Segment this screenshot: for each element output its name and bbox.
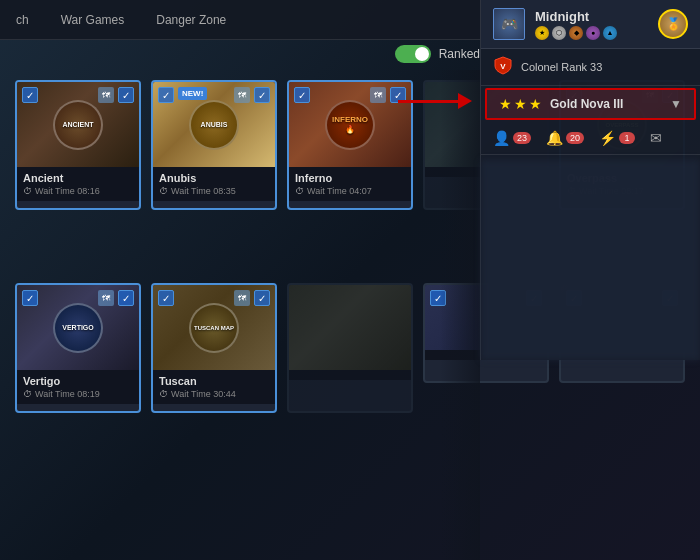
notifications-count: 20 <box>566 132 584 144</box>
vertigo-wait: ⏱ Wait Time 08:19 <box>23 389 133 399</box>
ranked-label: Ranked <box>439 47 480 61</box>
badge-gold: ★ <box>535 26 549 40</box>
panel-blur-area <box>481 160 700 360</box>
map-card-inferno[interactable]: INFERNO🔥 ✓ 🗺 ✓ Inferno ⏱ Wait Time 04:07 <box>287 80 413 210</box>
alerts-button[interactable]: ⚡ 1 <box>599 130 635 146</box>
map-logo-tuscan: TUSCAN MAP <box>189 303 239 353</box>
nav-item-dangerzone[interactable]: Danger Zone <box>150 9 232 31</box>
vertigo-logo-circle: VERTIGO <box>53 303 103 353</box>
user-avatar: 🎮 <box>493 8 525 40</box>
ranked-section: Ranked <box>395 45 480 63</box>
nova-stars: ★ ★ ★ <box>499 96 542 112</box>
user-header: 🎮 Midnight ★ ⬡ ◆ ● ▲ 🏅 <box>481 0 700 49</box>
map-logo-anubis: ANUBIS <box>189 100 239 150</box>
user-badges: ★ ⬡ ◆ ● ▲ <box>535 26 617 40</box>
ancient-checkbox-right[interactable]: ✓ <box>118 87 134 103</box>
ancient-logo-circle: ANCIENT <box>53 100 103 150</box>
tuscan-wait: ⏱ Wait Time 30:44 <box>159 389 269 399</box>
ancient-wait: ⏱ Wait Time 08:16 <box>23 186 133 196</box>
inferno-name: Inferno <box>295 172 405 184</box>
colonel-rank-row: V Colonel Rank 33 <box>481 49 700 86</box>
vertigo-wait-icon: ⏱ <box>23 389 32 399</box>
anubis-wait-text: Wait Time 08:35 <box>171 186 236 196</box>
toggle-knob <box>415 47 429 61</box>
messages-icon: ✉ <box>650 130 662 146</box>
extra2-info <box>289 370 411 380</box>
inferno-checkbox-left[interactable]: ✓ <box>294 87 310 103</box>
vertigo-name: Vertigo <box>23 375 133 387</box>
vertigo-checkbox-right[interactable]: ✓ <box>118 290 134 306</box>
inferno-wait-text: Wait Time 04:07 <box>307 186 372 196</box>
star-1: ★ <box>499 96 512 112</box>
anubis-wait-icon: ⏱ <box>159 186 168 196</box>
extra3-checkbox-left[interactable]: ✓ <box>430 290 446 306</box>
messages-button[interactable]: ✉ <box>650 130 662 146</box>
alerts-count: 1 <box>619 132 635 144</box>
ancient-name: Ancient <box>23 172 133 184</box>
nav-item-ch[interactable]: ch <box>10 9 35 31</box>
vertigo-checkbox-left[interactable]: ✓ <box>22 290 38 306</box>
nova-dropdown-chevron[interactable]: ▼ <box>670 97 682 111</box>
anubis-checkbox-right[interactable]: ✓ <box>254 87 270 103</box>
star-2: ★ <box>514 96 527 112</box>
inferno-info: Inferno ⏱ Wait Time 04:07 <box>289 167 411 201</box>
ancient-wait-text: Wait Time 08:16 <box>35 186 100 196</box>
ranked-toggle[interactable] <box>395 45 431 63</box>
map-card-vertigo[interactable]: VERTIGO ✓ 🗺 ✓ Vertigo ⏱ Wait Time 08:19 <box>15 283 141 413</box>
user-info: Midnight ★ ⬡ ◆ ● ▲ <box>535 9 617 40</box>
inferno-label: INFERNO🔥 <box>332 115 368 134</box>
badge-silver: ⬡ <box>552 26 566 40</box>
notifications-button[interactable]: 🔔 20 <box>546 130 584 146</box>
anubis-map-icon: 🗺 <box>234 87 250 103</box>
vertigo-map-icon: 🗺 <box>98 290 114 306</box>
anubis-info: Anubis ⏱ Wait Time 08:35 <box>153 167 275 201</box>
tuscan-info: Tuscan ⏱ Wait Time 30:44 <box>153 370 275 404</box>
map-image-vertigo: VERTIGO ✓ 🗺 ✓ <box>17 285 139 370</box>
anubis-checkbox-left[interactable]: ✓ <box>158 87 174 103</box>
tuscan-wait-icon: ⏱ <box>159 389 168 399</box>
tuscan-checkbox-right[interactable]: ✓ <box>254 290 270 306</box>
map-image-inferno: INFERNO🔥 ✓ 🗺 ✓ <box>289 82 411 167</box>
vertigo-wait-text: Wait Time 08:19 <box>35 389 100 399</box>
tuscan-checkbox-left[interactable]: ✓ <box>158 290 174 306</box>
colonel-rank-text: Colonel Rank 33 <box>521 61 602 73</box>
arrow-line <box>398 100 458 103</box>
tuscan-map-icon: 🗺 <box>234 290 250 306</box>
map-card-extra2[interactable] <box>287 283 413 413</box>
nav-item-wargames[interactable]: War Games <box>55 9 131 31</box>
map-image-ancient: ANCIENT ✓ 🗺 ✓ <box>17 82 139 167</box>
ancient-info: Ancient ⏱ Wait Time 08:16 <box>17 167 139 201</box>
badge-purple: ● <box>586 26 600 40</box>
rank-shield-icon: V <box>493 55 513 75</box>
colonel-rank-icon: V <box>493 55 513 79</box>
map-card-tuscan[interactable]: TUSCAN MAP ✓ 🗺 ✓ Tuscan ⏱ Wait Time 30:4… <box>151 283 277 413</box>
notifications-icon: 🔔 <box>546 130 563 146</box>
inferno-wait: ⏱ Wait Time 04:07 <box>295 186 405 196</box>
ancient-map-icon: 🗺 <box>98 87 114 103</box>
tuscan-wait-text: Wait Time 30:44 <box>171 389 236 399</box>
map-card-ancient[interactable]: ANCIENT ✓ 🗺 ✓ Ancient ⏱ Wait Time 08:16 <box>15 80 141 210</box>
inferno-wait-icon: ⏱ <box>295 186 304 196</box>
map-image-extra2 <box>289 285 411 370</box>
inferno-map-icon: 🗺 <box>370 87 386 103</box>
anubis-logo-circle: ANUBIS <box>189 100 239 150</box>
map-image-anubis: ANUBIS ✓ NEW! 🗺 ✓ <box>153 82 275 167</box>
anubis-name: Anubis <box>159 172 269 184</box>
map-logo-vertigo: VERTIGO <box>53 303 103 353</box>
map-image-tuscan: TUSCAN MAP ✓ 🗺 ✓ <box>153 285 275 370</box>
map-logo-ancient: ANCIENT <box>53 100 103 150</box>
badge-bronze: ◆ <box>569 26 583 40</box>
friends-icon: 👤 <box>493 130 510 146</box>
ancient-checkbox-left[interactable]: ✓ <box>22 87 38 103</box>
friends-count: 23 <box>513 132 531 144</box>
gold-nova-row[interactable]: ★ ★ ★ Gold Nova III ▼ <box>485 88 696 120</box>
inferno-logo-circle: INFERNO🔥 <box>325 100 375 150</box>
ancient-wait-icon: ⏱ <box>23 186 32 196</box>
arrow-head <box>458 93 472 109</box>
map-card-anubis[interactable]: ANUBIS ✓ NEW! 🗺 ✓ Anubis ⏱ Wait Time 08:… <box>151 80 277 210</box>
tuscan-name: Tuscan <box>159 375 269 387</box>
social-row: 👤 23 🔔 20 ⚡ 1 ✉ <box>481 122 700 155</box>
map-logo-inferno: INFERNO🔥 <box>325 100 375 150</box>
svg-text:V: V <box>500 62 506 71</box>
friends-button[interactable]: 👤 23 <box>493 130 531 146</box>
